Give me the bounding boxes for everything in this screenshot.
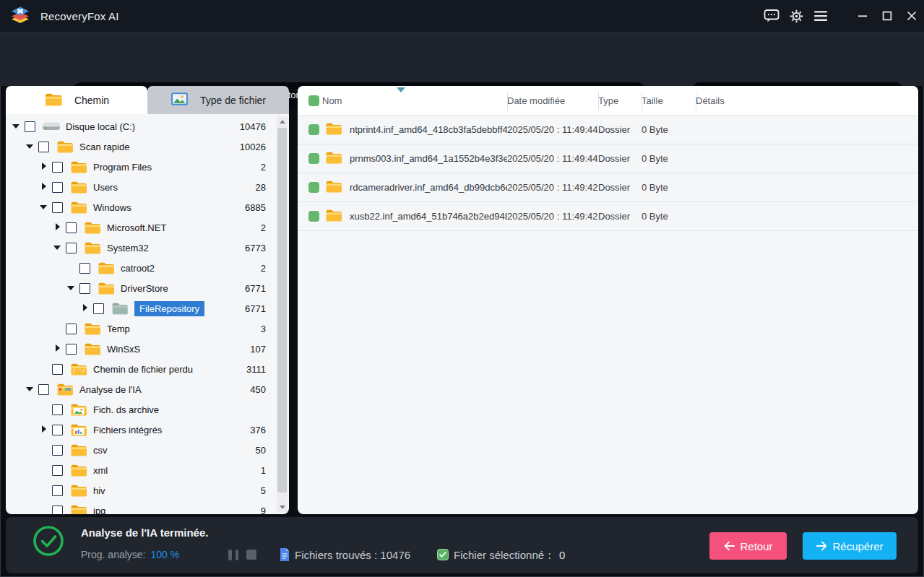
table-row[interactable]: rdcameradriver.inf_amd64_db99dcb6e3560..… — [298, 173, 918, 202]
expander-closed-icon[interactable] — [39, 162, 49, 172]
column-header-nom[interactable]: Nom — [322, 95, 507, 106]
tree-item-scan-rapide[interactable]: Scan rapide10026 — [6, 136, 289, 157]
tree-item-disque-local-c[interactable]: Disque local (C:)10476 — [6, 116, 289, 136]
tree-item-users[interactable]: Users28 — [6, 177, 289, 197]
tree-checkbox[interactable] — [52, 445, 63, 456]
tree-item-count: 6885 — [245, 202, 266, 213]
table-row[interactable]: xusb22.inf_amd64_51b746a2b2ed948e2025/05… — [298, 202, 918, 231]
tree-item-winsxs[interactable]: WinSxS107 — [6, 339, 289, 359]
column-header-details[interactable]: Détails — [696, 95, 918, 106]
tree-item-analyse-de-l-ia[interactable]: Analyse de l'IA450 — [6, 379, 289, 399]
folder-icon — [83, 342, 102, 356]
row-status-checkbox[interactable] — [308, 182, 319, 193]
tree-checkbox[interactable] — [52, 182, 63, 193]
tree-item-hiv[interactable]: hiv5 — [6, 480, 289, 500]
expander-open-icon[interactable] — [66, 283, 77, 293]
tree-checkbox[interactable] — [52, 425, 63, 435]
folder-icon — [69, 483, 88, 498]
scrollbar-thumb[interactable] — [277, 128, 287, 493]
back-button-label: Retour — [740, 540, 772, 552]
tree-checkbox[interactable] — [66, 324, 77, 334]
row-status-checkbox[interactable] — [308, 153, 319, 164]
expander-closed-icon[interactable] — [53, 344, 63, 354]
column-header-taille[interactable]: Taille — [642, 95, 696, 106]
expander-open-icon[interactable] — [25, 142, 35, 152]
tree-checkbox[interactable] — [52, 404, 63, 415]
tree-item-csv[interactable]: csv50 — [6, 440, 289, 460]
tree-checkbox[interactable] — [52, 162, 63, 173]
tree-checkbox[interactable] — [52, 465, 63, 476]
tree-item-label: Fich. ds archive — [93, 404, 159, 415]
tree-item-fich-ds-archive[interactable]: Fich. ds archive — [6, 399, 289, 420]
tree-item-jpg[interactable]: jpg9 — [6, 500, 289, 514]
tree-checkbox[interactable] — [66, 222, 77, 233]
tree-indent-spacer — [53, 324, 63, 334]
stop-icon[interactable] — [246, 550, 256, 560]
feedback-icon[interactable] — [759, 0, 784, 32]
svg-text:/··/: /··/ — [72, 368, 85, 374]
expander-closed-icon[interactable] — [39, 425, 49, 435]
tree-item-xml[interactable]: xml1 — [6, 460, 289, 480]
file-date: 2025/05/20 : 11:49:42 — [507, 182, 598, 193]
table-row[interactable]: prnms003.inf_amd64_1a1552b4e3f3e2f62025/… — [298, 144, 918, 173]
tab-chemin-label: Chemin — [74, 95, 109, 106]
folder-icon — [56, 139, 74, 154]
file-name: xusb22.inf_amd64_51b746a2b2ed948e — [350, 211, 507, 222]
tree-item-driverstore[interactable]: DriverStore6771 — [6, 278, 289, 298]
tree-item-fichiers-int-gr-s[interactable]: Fichiers intégrés376 — [6, 420, 289, 440]
tree-item-program-files[interactable]: Program Files2 — [6, 157, 289, 177]
tree-checkbox[interactable] — [66, 344, 77, 355]
scroll-down-icon[interactable] — [277, 502, 288, 513]
maximize-icon[interactable] — [875, 0, 899, 32]
tree-checkbox[interactable] — [25, 121, 35, 132]
tree-item-chemin-de-fichier-perdu[interactable]: /··/Chemin de fichier perdu3111 — [6, 359, 289, 379]
scroll-up-icon[interactable] — [277, 116, 288, 127]
select-all-checkbox[interactable] — [308, 95, 319, 106]
back-button[interactable]: Retour — [709, 532, 787, 560]
close-icon[interactable] — [899, 0, 924, 32]
menu-icon[interactable] — [808, 0, 833, 32]
expander-open-icon[interactable] — [53, 243, 63, 253]
tree-item-catroot2[interactable]: catroot22 — [6, 258, 289, 278]
column-separator — [507, 92, 508, 110]
tree-checkbox[interactable] — [52, 364, 63, 375]
expander-closed-icon[interactable] — [53, 222, 63, 233]
table-row[interactable]: ntprint4.inf_amd64_418cb3fa5debbff42025/… — [298, 116, 918, 144]
app-window: RecoveryFox AI — [0, 0, 924, 577]
expander-open-icon[interactable] — [25, 384, 35, 394]
settings-gear-icon[interactable] — [784, 0, 808, 32]
tree-checkbox[interactable] — [38, 384, 49, 395]
tree-item-temp[interactable]: Temp3 — [6, 318, 289, 339]
recover-button[interactable]: Récupérer — [803, 532, 897, 560]
files-found-label: Fichiers trouvés : 10476 — [295, 549, 410, 561]
tree-checkbox[interactable] — [66, 243, 77, 253]
tree-scrollbar[interactable] — [277, 116, 288, 513]
tree-checkbox[interactable] — [79, 283, 90, 294]
progress-value: 100 % — [151, 549, 180, 560]
tab-type-de-fichier[interactable]: Type de fichier — [147, 86, 289, 114]
tree-item-microsoft-net[interactable]: Microsoft.NET2 — [6, 217, 289, 238]
tree-checkbox[interactable] — [52, 485, 63, 496]
expander-open-icon[interactable] — [39, 202, 49, 212]
tree-checkbox[interactable] — [93, 303, 104, 314]
row-status-checkbox[interactable] — [308, 211, 319, 222]
tree-item-system32[interactable]: System326773 — [6, 238, 289, 258]
tree-item-windows[interactable]: Windows6885 — [6, 197, 289, 217]
tree-checkbox[interactable] — [52, 202, 63, 213]
tree-indent-spacer — [39, 506, 49, 514]
minimize-icon[interactable] — [850, 0, 875, 32]
column-header-date[interactable]: Date modifiée — [507, 95, 598, 106]
expander-closed-icon[interactable] — [39, 182, 49, 192]
tree-item-filerepository[interactable]: FileRepository6771 — [6, 298, 289, 318]
sort-indicator-icon[interactable] — [397, 87, 405, 92]
tree-checkbox[interactable] — [79, 263, 90, 274]
selected-checkbox-icon[interactable] — [437, 549, 449, 563]
column-header-type[interactable]: Type — [598, 95, 642, 106]
tab-chemin[interactable]: Chemin — [6, 86, 147, 114]
pause-icon[interactable] — [228, 550, 238, 560]
expander-closed-icon[interactable] — [80, 303, 90, 313]
expander-open-icon[interactable] — [12, 121, 22, 131]
tree-checkbox[interactable] — [52, 506, 63, 515]
tree-checkbox[interactable] — [38, 142, 49, 152]
row-status-checkbox[interactable] — [308, 124, 319, 135]
